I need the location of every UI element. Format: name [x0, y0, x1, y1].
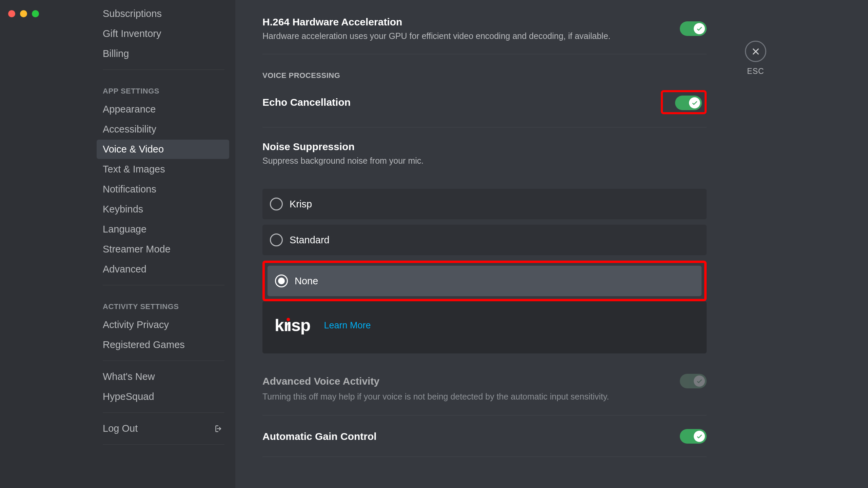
check-icon	[696, 433, 703, 440]
sidebar-item-voice-video[interactable]: Voice & Video	[97, 140, 229, 159]
sidebar-item-text-images[interactable]: Text & Images	[97, 160, 229, 179]
noise-suppression-desc: Suppress background noise from your mic.	[262, 156, 707, 166]
highlight-noise-none: None	[262, 261, 707, 301]
setting-automatic-gain-control: Automatic Gain Control	[262, 429, 707, 456]
sidebar-item-subscriptions[interactable]: Subscriptions	[97, 4, 229, 23]
sidebar-divider	[103, 361, 224, 361]
toggle-knob	[694, 375, 705, 387]
setting-echo-cancellation: Echo Cancellation	[262, 90, 707, 127]
sidebar-item-language[interactable]: Language	[97, 220, 229, 239]
sidebar-item-hypesquad[interactable]: HypeSquad	[97, 387, 229, 406]
sidebar-divider	[103, 412, 224, 413]
setting-desc: Hardware acceleration uses your GPU for …	[262, 31, 611, 41]
sidebar-item-activity-privacy[interactable]: Activity Privacy	[97, 315, 229, 334]
section-voice-processing: VOICE PROCESSING	[262, 54, 707, 90]
sidebar-divider	[103, 285, 224, 285]
sidebar-divider	[103, 444, 224, 445]
sidebar-item-accessibility[interactable]: Accessibility	[97, 120, 229, 139]
noise-option-krisp[interactable]: Krisp	[262, 189, 707, 219]
minimize-window-dot[interactable]	[20, 10, 27, 17]
close-settings[interactable]: ESC	[745, 41, 766, 76]
sidebar-item-logout[interactable]: Log Out	[97, 419, 229, 438]
sidebar-item-label: Log Out	[103, 423, 138, 434]
setting-desc: Turning this off may help if your voice …	[262, 392, 707, 402]
toggle-knob	[689, 97, 700, 108]
radio-label: None	[295, 276, 318, 287]
radio-icon	[270, 198, 283, 210]
sidebar-item-streamer-mode[interactable]: Streamer Mode	[97, 240, 229, 259]
setting-title: Echo Cancellation	[262, 97, 351, 108]
noise-option-none[interactable]: None	[268, 266, 702, 296]
sidebar-item-advanced[interactable]: Advanced	[97, 260, 229, 279]
krisp-logo: kr●ısp	[275, 316, 310, 335]
settings-sidebar: Subscriptions Gift Inventory Billing APP…	[0, 0, 235, 488]
sidebar-item-notifications[interactable]: Notifications	[97, 180, 229, 199]
setting-title: H.264 Hardware Acceleration	[262, 16, 611, 28]
sidebar-item-gift-inventory[interactable]: Gift Inventory	[97, 24, 229, 43]
close-window-dot[interactable]	[8, 10, 15, 17]
sidebar-item-registered-games[interactable]: Registered Games	[97, 335, 229, 354]
check-icon	[696, 378, 703, 385]
setting-hwaccel: H.264 Hardware Acceleration Hardware acc…	[262, 16, 707, 54]
radio-icon	[275, 274, 288, 287]
automatic-gain-control-toggle[interactable]	[680, 429, 707, 444]
krisp-learn-more-link[interactable]: Learn More	[324, 320, 371, 331]
noise-suppression-title: Noise Suppression	[262, 141, 707, 152]
noise-option-standard[interactable]: Standard	[262, 225, 707, 255]
logout-icon	[214, 424, 223, 433]
sidebar-header-app-settings: APP SETTINGS	[97, 76, 235, 99]
setting-title: Automatic Gain Control	[262, 431, 377, 442]
check-icon	[696, 25, 703, 32]
noise-suppression-radio-group: Krisp Standard None	[262, 179, 707, 353]
settings-content: ESC H.264 Hardware Acceleration Hardware…	[235, 0, 868, 488]
hwaccel-toggle[interactable]	[680, 21, 707, 36]
close-icon	[751, 46, 761, 57]
sidebar-item-whats-new[interactable]: What's New	[97, 367, 229, 386]
close-esc-label: ESC	[745, 67, 766, 76]
close-button[interactable]	[745, 41, 766, 62]
radio-label: Krisp	[290, 199, 312, 210]
sidebar-divider	[103, 69, 224, 70]
sidebar-item-appearance[interactable]: Appearance	[97, 100, 229, 119]
krisp-promo: kr●ısp Learn More	[262, 301, 707, 353]
check-icon	[691, 100, 698, 106]
highlight-echo-toggle	[661, 90, 707, 114]
toggle-knob	[694, 431, 705, 442]
radio-icon	[270, 233, 283, 246]
toggle-knob	[694, 23, 705, 34]
maximize-window-dot[interactable]	[32, 10, 39, 17]
advanced-voice-activity-toggle[interactable]	[680, 374, 707, 388]
window-traffic-lights[interactable]	[8, 10, 39, 17]
echo-cancellation-toggle[interactable]	[675, 96, 702, 110]
sidebar-header-activity-settings: ACTIVITY SETTINGS	[97, 291, 235, 314]
sidebar-item-billing[interactable]: Billing	[97, 44, 229, 63]
radio-label: Standard	[290, 235, 330, 246]
sidebar-item-keybinds[interactable]: Keybinds	[97, 200, 229, 219]
setting-title: Advanced Voice Activity	[262, 375, 379, 387]
setting-advanced-voice-activity: Advanced Voice Activity	[262, 374, 707, 392]
